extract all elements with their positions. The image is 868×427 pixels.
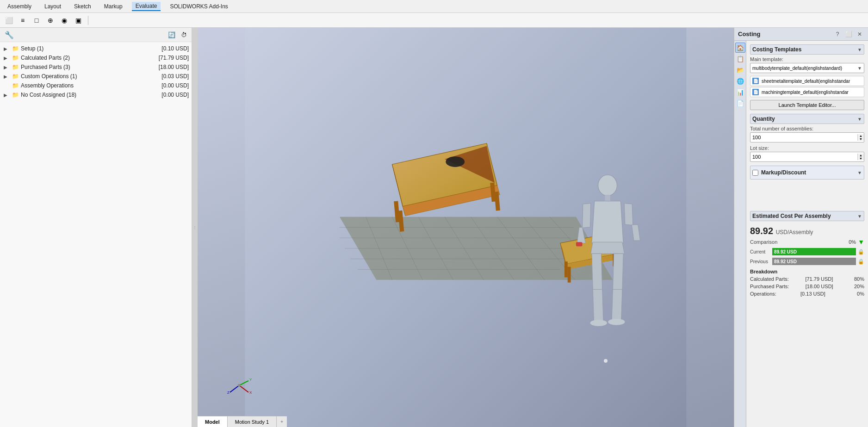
costing-help-button[interactable]: ? <box>833 30 842 39</box>
breakdown-header: Breakdown <box>750 267 864 275</box>
markup-discount-checkbox[interactable] <box>752 170 758 176</box>
tree-item-setup[interactable]: ▶ 📁 Setup (1) [0.10 USD] <box>0 44 192 53</box>
toolbar-btn-4[interactable]: ⊕ <box>44 14 56 26</box>
total-assemblies-down[interactable]: ▼ <box>858 137 864 141</box>
expand-icon-setup[interactable]: ▶ <box>4 46 10 51</box>
menu-item-sketch[interactable]: Sketch <box>70 2 95 11</box>
item-cost-nocost: [0.00 USD] <box>161 92 189 98</box>
breakdown-row-1: Purchased Parts: [18.00 USD] 20% <box>750 283 864 290</box>
breakdown-pct-1: 20% <box>849 284 864 289</box>
tree-item-calculated-parts[interactable]: ▶ 📁 Calculated Parts (2) [71.79 USD] <box>0 53 192 62</box>
costing-templates-toggle[interactable]: ▼ <box>857 47 862 52</box>
lock-icon[interactable]: 🔒 <box>858 249 864 255</box>
menu-item-markup[interactable]: Markup <box>100 2 126 11</box>
lot-size-input[interactable] <box>750 154 857 160</box>
total-assemblies-input-row: ▲ ▼ <box>750 132 864 142</box>
toolbar-btn-6[interactable]: ▣ <box>72 14 84 26</box>
right-panel-header-icons: ? ⬜ ✕ <box>833 30 864 39</box>
side-icon-folder[interactable]: 📂 <box>735 65 745 75</box>
right-panel-content: Costing Templates ▼ Main template: multi… <box>746 41 868 427</box>
side-icon-document[interactable]: 📄 <box>735 98 745 108</box>
expand-icon-purchased[interactable]: ▶ <box>4 65 10 70</box>
previous-bar-bg: 89.92 USD <box>772 258 856 265</box>
breakdown-pct-2: 0% <box>849 291 864 297</box>
viewport[interactable]: Y X Z Model Motion Study 1 + <box>198 28 734 427</box>
side-icon-table[interactable]: 📋 <box>735 54 745 64</box>
toolbar-btn-2[interactable]: ≡ <box>17 14 29 26</box>
side-icon-chart[interactable]: 📊 <box>735 87 745 97</box>
tab-add-button[interactable]: + <box>277 416 287 427</box>
previous-bar-container: Previous 89.92 USD 🔒 <box>750 257 864 266</box>
menu-item-assembly[interactable]: Assembly <box>4 2 35 11</box>
total-assemblies-input[interactable] <box>750 135 857 140</box>
tree-item-custom-ops[interactable]: ▶ 📁 Custom Operations (1) [0.03 USD] <box>0 72 192 81</box>
template-list-item-1[interactable]: 📄 machiningtemplate_default(englishstand… <box>750 87 864 97</box>
costing-templates-header[interactable]: Costing Templates ▼ <box>750 44 864 55</box>
expand-icon-nocost[interactable]: ▶ <box>4 93 10 98</box>
template-name-0: sheetmetaltemplate_default(englishstanda… <box>762 79 850 84</box>
markup-discount-label: Markup/Discount <box>761 169 806 176</box>
panel-resize-handle[interactable]: ⋮ <box>192 28 198 427</box>
current-bar-text: 89.92 USD <box>774 249 797 254</box>
estimated-cost-section: Estimated Cost Per Assembly ▼ 89.92 USD/… <box>750 211 864 297</box>
lot-size-up[interactable]: ▲ <box>858 154 864 157</box>
template-list-item-0[interactable]: 📄 sheetmetaltemplate_default(englishstan… <box>750 76 864 86</box>
total-assemblies-up[interactable]: ▲ <box>858 134 864 137</box>
svg-line-36 <box>239 381 248 385</box>
toolbar-btn-1[interactable]: ⬜ <box>3 14 15 26</box>
quantity-toggle[interactable]: ▼ <box>857 117 862 122</box>
previous-bar-text: 89.92 USD <box>774 259 797 264</box>
lot-size-label: Lot size: <box>750 145 864 151</box>
tab-model[interactable]: Model <box>198 416 228 427</box>
history-button[interactable]: ⏱ <box>179 30 189 40</box>
refresh-button[interactable]: 🔄 <box>167 30 177 40</box>
side-icon-home[interactable]: 🏠 <box>735 43 745 53</box>
side-icon-globe[interactable]: 🌐 <box>735 76 745 86</box>
toolbar-btn-5[interactable]: ◉ <box>58 14 70 26</box>
tree-item-assembly-ops[interactable]: ▶ 📁 Assembly Operations [0.00 USD] <box>0 81 192 90</box>
current-bar-bg: 89.92 USD <box>772 248 856 255</box>
costing-title: Costing <box>738 31 760 37</box>
toolbar-btn-3[interactable]: □ <box>31 14 43 26</box>
svg-point-34 <box>590 320 607 326</box>
menu-item-evaluate[interactable]: Evaluate <box>132 2 161 11</box>
main-template-dropdown[interactable]: multibodytemplate_default(englishstandar… <box>750 63 864 73</box>
costing-close-button[interactable]: ✕ <box>855 30 864 39</box>
breakdown-value-1: [18.00 USD] <box>806 284 833 289</box>
total-assemblies-spin: ▲ ▼ <box>857 134 864 141</box>
current-bar-row: Current 89.92 USD 🔒 <box>750 248 864 256</box>
breakdown-row-0: Calculated Parts: [71.79 USD] 80% <box>750 275 864 283</box>
lot-size-down[interactable]: ▼ <box>858 157 864 160</box>
right-panel-header: Costing ? ⬜ ✕ <box>734 28 868 41</box>
breakdown-pct-0: 80% <box>849 276 864 282</box>
right-panel-body: 🏠 📋 📂 🌐 📊 📄 Costing Templates ▼ Main tem… <box>734 41 868 427</box>
toolbar: ⬜ ≡ □ ⊕ ◉ ▣ <box>0 13 868 28</box>
tree-item-no-cost[interactable]: ▶ 📁 No Cost Assigned (18) [0.00 USD] <box>0 90 192 99</box>
template-name-1: machiningtemplate_default(englishstandar <box>762 90 849 95</box>
quantity-header[interactable]: Quantity ▼ <box>750 114 864 124</box>
total-assemblies-label: Total number of assemblies: <box>750 126 864 131</box>
breakdown-label-0: Calculated Parts: <box>750 276 789 282</box>
item-cost-assembly: [0.00 USD] <box>161 82 189 89</box>
svg-text:Y: Y <box>249 377 252 382</box>
expand-icon-calculated[interactable]: ▶ <box>4 56 10 61</box>
markup-discount-section: Markup/Discount ▼ <box>750 166 864 179</box>
estimated-cost-header[interactable]: Estimated Cost Per Assembly ▼ <box>750 211 864 221</box>
comparison-right: 0% ▼ <box>849 238 864 246</box>
svg-point-35 <box>608 319 625 325</box>
launch-template-editor-button[interactable]: Launch Template Editor... <box>750 100 864 110</box>
comparison-label: Comparison <box>750 239 777 245</box>
tree-item-purchased-parts[interactable]: ▶ 📁 Purchased Parts (3) [18.00 USD] <box>0 62 192 72</box>
prev-lock-icon[interactable]: 🔒 <box>858 259 864 265</box>
markup-discount-collapse[interactable]: ▼ <box>857 170 862 175</box>
menu-item-layout[interactable]: Layout <box>41 2 65 11</box>
svg-line-37 <box>239 385 248 392</box>
tab-motion-study[interactable]: Motion Study 1 <box>228 416 277 427</box>
item-label-setup: Setup (1) <box>21 45 158 52</box>
menu-bar: Assembly Layout Sketch Markup Evaluate S… <box>0 0 868 13</box>
costing-expand-button[interactable]: ⬜ <box>844 30 853 39</box>
expand-icon-custom[interactable]: ▶ <box>4 74 10 79</box>
estimated-cost-toggle[interactable]: ▼ <box>857 214 862 219</box>
svg-point-42 <box>238 384 241 387</box>
menu-item-addins[interactable]: SOLIDWORKS Add-Ins <box>166 2 231 11</box>
